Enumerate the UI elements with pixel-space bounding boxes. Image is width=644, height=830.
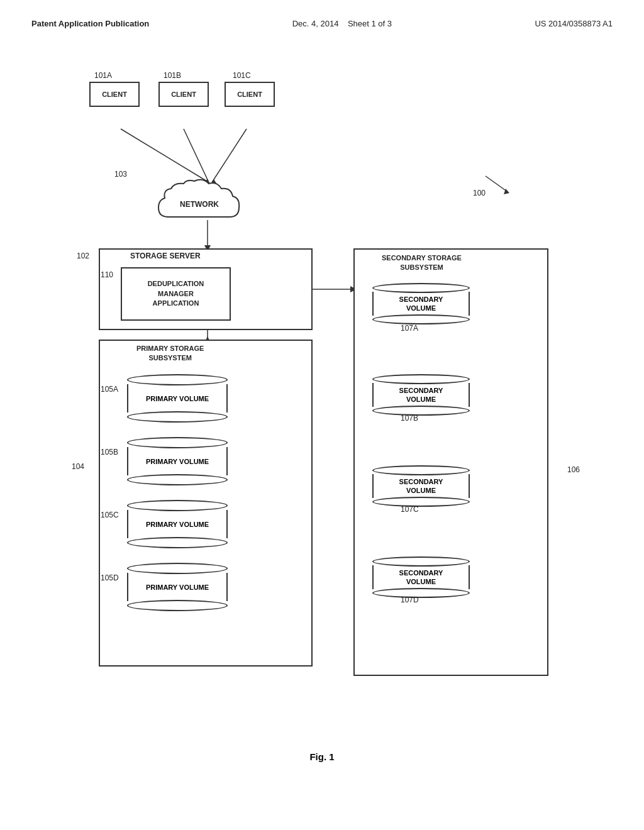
cylinder-105D: PRIMARY VOLUME [127,563,228,611]
ref-105B: 105B [101,448,118,456]
client-box-101C: CLIENT [225,82,275,107]
cylinder-107C: SECONDARYVOLUME [372,465,470,507]
secondary-storage-label: SECONDARY STORAGESUBSYSTEM [382,253,462,273]
ref-104: 104 [72,462,84,471]
cylinder-107D: SECONDARYVOLUME [372,556,470,598]
network-label: NETWORK [180,200,219,209]
header-left: Patent Application Publication [31,19,149,28]
ref-101B: 101B [164,71,181,80]
network-cloud: NETWORK [149,176,250,233]
primary-storage-label: PRIMARY STORAGESUBSYSTEM [136,344,204,363]
client-box-101A: CLIENT [89,82,140,107]
ref-100: 100 [473,189,486,197]
fig-label: Fig. 1 [31,751,613,762]
ref-102: 102 [77,252,89,260]
svg-marker-15 [504,189,509,194]
svg-line-0 [121,129,209,182]
header-center: Dec. 4, 2014 Sheet 1 of 3 [292,19,392,28]
svg-line-4 [212,129,247,182]
svg-line-14 [486,176,508,192]
ref-107D: 107D [401,595,419,604]
ref-107A: 107A [401,324,418,333]
ref-105D: 105D [101,573,119,582]
cylinder-105B: PRIMARY VOLUME [127,437,228,485]
diagram-area: 101A CLIENT 101B CLIENT 101C CLIENT 103 … [39,53,605,745]
ref-105C: 105C [101,511,119,519]
svg-line-2 [184,129,209,182]
ref-107B: 107B [401,414,418,423]
ref-110: 110 [101,270,113,279]
ref-101C: 101C [233,71,251,80]
dedup-manager-box: DEDUPLICATION MANAGER APPLICATION [121,267,231,321]
cylinder-107A: SECONDARYVOLUME [372,283,470,324]
client-box-101B: CLIENT [158,82,209,107]
cylinder-105A: PRIMARY VOLUME [127,374,228,423]
ref-107C: 107C [401,505,419,514]
page-header: Patent Application Publication Dec. 4, 2… [31,19,613,28]
ref-106: 106 [567,465,580,474]
cylinder-107B: SECONDARYVOLUME [372,374,470,416]
ref-105A: 105A [101,385,118,394]
ref-103: 103 [114,170,127,179]
header-sheet: Sheet 1 of 3 [348,19,392,28]
page: Patent Application Publication Dec. 4, 2… [0,0,644,830]
ref-101A: 101A [94,71,112,80]
storage-server-label: STORAGE SERVER [130,252,201,260]
header-date: Dec. 4, 2014 [292,19,339,28]
cylinder-105C: PRIMARY VOLUME [127,500,228,548]
header-right: US 2014/0358873 A1 [535,19,613,28]
